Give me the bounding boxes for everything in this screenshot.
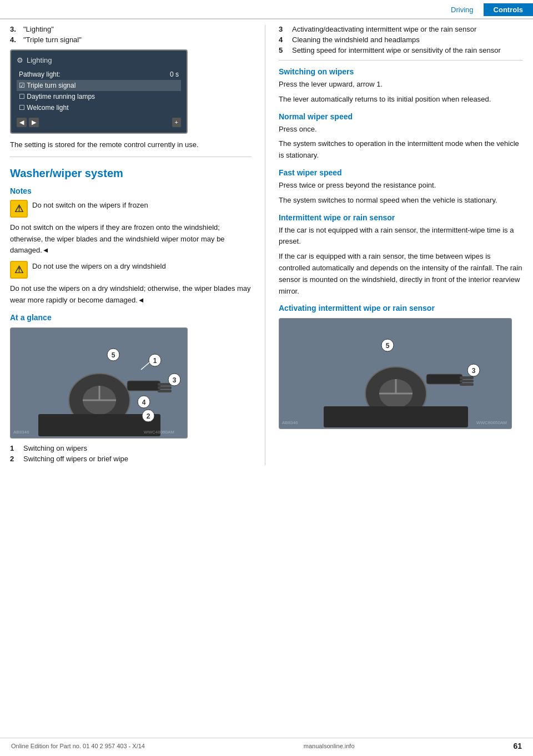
footer-site: manualsonline.info [304, 743, 355, 749]
svg-text:1: 1 [153, 357, 157, 365]
svg-rect-8 [158, 390, 172, 392]
svg-rect-7 [158, 386, 172, 389]
item-num: 5 [279, 46, 288, 54]
car-diagram-left: 1 5 3 4 2 WWC48060AM AB8346 [11, 328, 188, 439]
sub-heading-notes: Notes [10, 187, 252, 195]
footer-page: 61 [513, 742, 522, 750]
item-num: 4 [279, 36, 288, 44]
list-item: 4. "Triple turn signal" [10, 36, 252, 44]
divider [10, 157, 252, 157]
item-text: "Lighting" [23, 25, 54, 33]
svg-text:WWC48060AM: WWC48060AM [144, 430, 174, 435]
list-item: 3 Activating/deactivating intermittent w… [279, 25, 523, 33]
header-tabs: Driving Controls [441, 3, 533, 16]
sub-heading-activating: Activating intermittent wipe or rain sen… [279, 304, 523, 313]
item-num: 2 [10, 455, 19, 463]
switching-text-1: Press the lever upward, arrow 1. [279, 79, 523, 90]
svg-text:4: 4 [142, 399, 146, 406]
footer-text: Online Edition for Part no. 01 40 2 957 … [11, 743, 145, 749]
sub-heading-normal: Normal wiper speed [279, 112, 523, 121]
left-column: 3. "Lighting" 4. "Triple turn signal" ⚙ … [10, 25, 265, 465]
svg-text:WWC80650AM: WWC80650AM [476, 420, 507, 425]
item-num: 3. [10, 25, 19, 33]
screen-row-triple: ☑ Triple turn signal [17, 80, 181, 91]
item-num: 1 [10, 444, 19, 452]
item-num: 3 [279, 25, 288, 33]
warning-paragraph-2: Do not use the wipers on a dry windshiel… [10, 283, 252, 306]
item-text: Switching on wipers [23, 444, 87, 452]
car-image-left: 1 5 3 4 2 WWC48060AM AB8346 [10, 327, 188, 439]
svg-rect-29 [460, 376, 474, 379]
screen-title: ⚙ Lighting [17, 56, 181, 64]
warning-text-1: Do not switch on the wipers if frozen [32, 200, 148, 211]
normal-text-1: Press once. [279, 124, 523, 135]
list-item: 1 Switching on wipers [10, 444, 252, 452]
sub-heading-intermittent: Intermittent wipe or rain sensor [279, 213, 523, 222]
main-content: 3. "Lighting" 4. "Triple turn signal" ⚙ … [0, 25, 533, 465]
sub-heading-fast: Fast wiper speed [279, 168, 523, 177]
nav-left-icon[interactable]: ◀ [17, 118, 27, 127]
svg-text:AB8346: AB8346 [282, 420, 298, 425]
tab-driving[interactable]: Driving [441, 3, 483, 16]
warning-icon-1: ⚠ [10, 200, 28, 218]
svg-text:2: 2 [147, 412, 150, 420]
warning-icon-2: ⚠ [10, 261, 28, 279]
nav-arrows-left[interactable]: ◀ ▶ [17, 118, 39, 127]
tab-controls[interactable]: Controls [484, 3, 533, 16]
sub-heading-switching: Switching on wipers [279, 67, 523, 76]
item-text: Switching off wipers or brief wipe [23, 455, 128, 463]
screen-row-daytime: ☐ Daytime running lamps [17, 91, 181, 102]
sub-heading-glance: At a glance [10, 313, 252, 322]
svg-rect-5 [127, 381, 160, 391]
page-header: Driving Controls [0, 0, 533, 19]
warning-box-2: ⚠ Do not use the wipers on a dry windshi… [10, 261, 252, 279]
divider [279, 60, 523, 61]
warning-paragraph-1: Do not switch on the wipers if they are … [10, 222, 252, 256]
item-num: 4. [10, 36, 19, 44]
fast-text-2: The system switches to normal speed when… [279, 195, 523, 206]
svg-rect-32 [324, 406, 468, 427]
nav-right-icon[interactable]: ▶ [29, 118, 39, 127]
svg-rect-28 [426, 374, 462, 384]
svg-rect-30 [460, 380, 474, 382]
nav-arrows-right[interactable]: + [172, 118, 181, 127]
screen-caption: The setting is stored for the remote con… [10, 139, 252, 151]
list-item: 5 Setting speed for intermittent wipe or… [279, 46, 523, 54]
fast-text-1: Press twice or press beyond the resistan… [279, 180, 523, 191]
item-text: "Triple turn signal" [23, 36, 82, 44]
car-diagram-right: 5 3 WWC80650AM AB8346 [279, 319, 512, 429]
screen-row-pathway: Pathway light: 0 s [17, 69, 181, 80]
list-item: 4 Cleaning the windshield and headlamps [279, 36, 523, 44]
switching-text-2: The lever automatically returns to its i… [279, 94, 523, 105]
svg-text:5: 5 [386, 342, 390, 350]
screen-mockup: ⚙ Lighting Pathway light: 0 s ☑ Triple t… [10, 49, 188, 134]
normal-text-2: The system switches to operation in the … [279, 138, 523, 162]
intermittent-text-1: If the car is not equipped with a rain s… [279, 225, 523, 248]
list-item: 2 Switching off wipers or brief wipe [10, 455, 252, 463]
intermittent-text-2: If the car is equipped with a rain senso… [279, 251, 523, 297]
car-image-right: 5 3 WWC80650AM AB8346 [279, 318, 512, 429]
screen-row-welcome: ☐ Welcome light [17, 102, 181, 113]
right-column: 3 Activating/deactivating intermittent w… [265, 25, 523, 465]
item-text: Cleaning the windshield and headlamps [292, 36, 420, 44]
svg-text:3: 3 [472, 367, 476, 375]
svg-text:5: 5 [112, 351, 115, 359]
warning-text-2: Do not use the wipers on a dry windshiel… [32, 261, 166, 272]
page-footer: Online Edition for Part no. 01 40 2 957 … [0, 738, 533, 750]
svg-text:AB8346: AB8346 [13, 430, 29, 435]
list-item: 3. "Lighting" [10, 25, 252, 33]
item-text: Setting speed for intermittent wipe or s… [292, 46, 501, 54]
warning-box-1: ⚠ Do not switch on the wipers if frozen [10, 200, 252, 218]
section-heading-wiper: Washer/wiper system [10, 167, 252, 180]
item-text: Activating/deactivating intermittent wip… [292, 25, 476, 33]
svg-rect-31 [460, 383, 474, 386]
gear-icon: ⚙ [17, 56, 23, 64]
nav-plus-icon[interactable]: + [172, 118, 181, 127]
svg-text:3: 3 [173, 376, 177, 384]
